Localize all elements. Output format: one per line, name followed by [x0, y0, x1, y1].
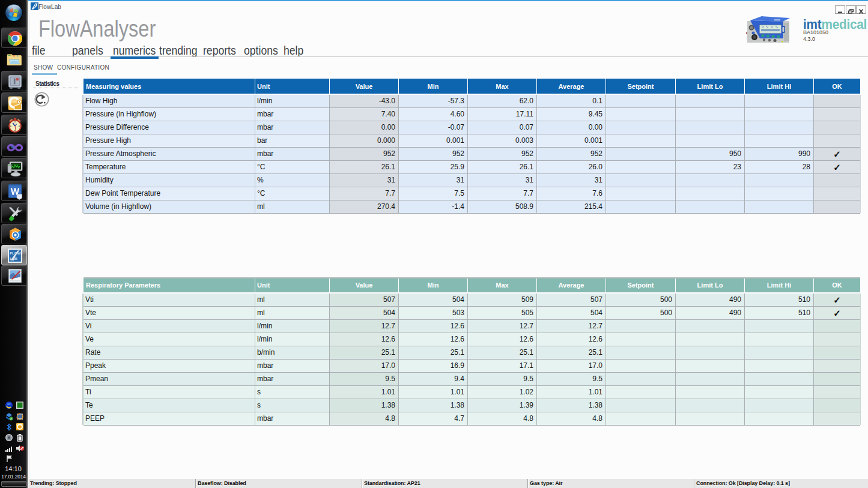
svg-text:FLOW: FLOW [10, 251, 20, 255]
svg-text:LAB: LAB [10, 256, 17, 261]
